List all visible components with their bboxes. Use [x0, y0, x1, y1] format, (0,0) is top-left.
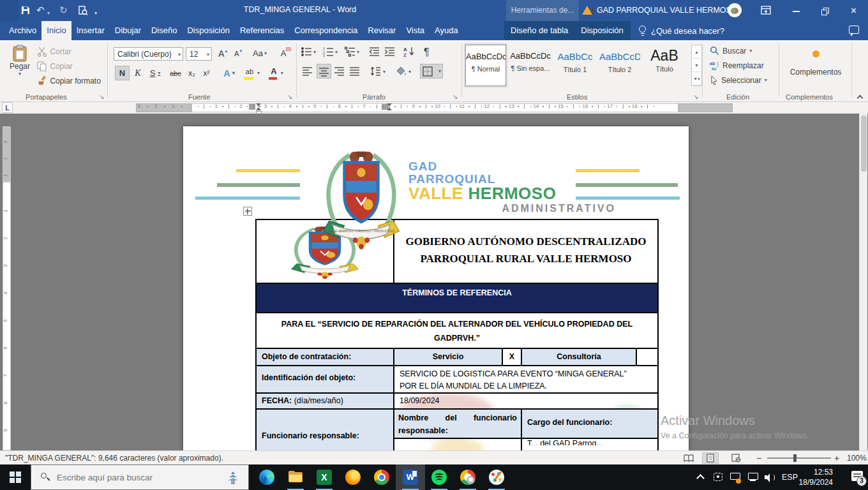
font-family-combo[interactable]: ▾ [114, 47, 183, 61]
zoom-slider-handle[interactable] [793, 454, 797, 462]
style-titulo-2[interactable]: AaBbCcD Título 2 [599, 45, 640, 86]
zoom-out-button[interactable]: − [756, 453, 761, 463]
consultoria-mark-cell[interactable] [637, 349, 657, 365]
identificacion-label-cell[interactable]: Identificación del objeto: [257, 366, 394, 392]
customize-qat-icon[interactable]: ▾ [94, 8, 97, 19]
styles-scroll-down-icon[interactable]: ▼ [692, 59, 701, 72]
shading-button[interactable] [396, 66, 407, 77]
superscript-button[interactable]: x² [200, 66, 213, 80]
underline-button[interactable]: S▾ [146, 66, 165, 80]
fecha-label-cell[interactable]: FECHA: (día/mes/año) [257, 394, 394, 408]
format-painter-button[interactable]: Copiar formato [37, 75, 101, 86]
taskbar-edge[interactable] [254, 464, 280, 490]
style-normal[interactable]: AaBbCcDc ¶ Normal [465, 45, 506, 86]
styles-more-icon[interactable]: ▼▾ [692, 72, 701, 85]
subscript-button[interactable]: x₂ [185, 66, 198, 80]
shrink-font-button[interactable]: A▾ [231, 46, 245, 61]
font-dialog-launcher-icon[interactable]: ↘ [287, 93, 292, 100]
numbering-button[interactable]: 123 [323, 47, 334, 57]
style-sin-espaciado[interactable]: AaBbCcDc ¶ Sin espa... [510, 45, 551, 86]
align-right-button[interactable] [334, 66, 345, 76]
collapse-ribbon-icon[interactable] [857, 95, 864, 101]
word-app-icon[interactable] [0, 0, 18, 21]
tray-chevron-icon[interactable] [696, 474, 705, 482]
styles-dialog-launcher-icon[interactable]: ↘ [693, 93, 698, 100]
taskbar-search-input[interactable] [57, 473, 204, 482]
identificacion-value-cell[interactable]: SERVICIO DE LOGISTICA PARA EVENTO “MINGA… [394, 366, 657, 392]
tab-inicio[interactable]: Inicio [41, 21, 71, 40]
taskbar-word[interactable]: W [396, 464, 425, 490]
font-color-button[interactable]: A▾ [267, 66, 287, 80]
taskbar-paint3d[interactable] [484, 464, 509, 490]
servicio-mark-cell[interactable]: X [503, 349, 522, 365]
multilevel-dropdown-icon[interactable]: ▾ [357, 49, 359, 55]
align-center-button[interactable] [317, 64, 331, 78]
tray-clock[interactable]: 12:53 18/9/2024 [799, 467, 833, 487]
styles-scroll-up-icon[interactable]: ▲ [692, 45, 701, 59]
borders-button[interactable]: ▾ [420, 64, 443, 78]
tab-correspondencia[interactable]: Correspondencia [289, 21, 363, 40]
consultoria-cell[interactable]: Consultoría [522, 349, 637, 365]
copy-button[interactable]: Copiar [37, 60, 73, 71]
italic-button[interactable]: K [131, 66, 144, 80]
highlight-button[interactable]: ab▾ [243, 66, 263, 80]
justify-button[interactable] [350, 66, 360, 76]
tab-ayuda[interactable]: Ayuda [430, 21, 463, 40]
web-layout-button[interactable] [728, 452, 744, 464]
close-button[interactable]: × [839, 0, 868, 21]
tray-network-icon[interactable] [748, 473, 758, 480]
bold-button[interactable]: N [115, 66, 130, 80]
cut-button[interactable]: Cortar [37, 45, 71, 57]
tdr-banner-cell[interactable]: TÉRMINOS DE REFERENCIA [257, 284, 657, 312]
org-title-cell[interactable]: GOBIERNO AUTÓNOMO DESCENTRALIZADO PARROQ… [394, 220, 657, 283]
taskbar-explorer[interactable] [283, 464, 308, 490]
tab-referencias[interactable]: Referencias [235, 21, 289, 40]
h-ruler-right-margin[interactable] [678, 103, 733, 112]
multilevel-list-button[interactable] [345, 47, 355, 57]
tell-me-box[interactable]: ¿Qué desea hacer? [638, 21, 724, 40]
undo-icon[interactable]: ↶ [36, 4, 45, 16]
font-size-combo[interactable]: ▾ [186, 47, 212, 61]
tab-diseno[interactable]: Diseño [146, 21, 182, 40]
text-effects-button[interactable]: A▾ [220, 66, 239, 80]
grow-font-button[interactable]: A▴ [216, 46, 230, 61]
find-button[interactable]: Buscar ▾ [710, 46, 752, 56]
objeto-label-cell[interactable]: Objeto de contratación: [257, 349, 394, 365]
first-line-indent-marker[interactable] [256, 103, 261, 107]
zoom-in-button[interactable]: + [834, 453, 839, 463]
funcionario-nombre-col[interactable]: Nombre del funcionario responsable: [394, 410, 522, 450]
print-preview-icon[interactable] [78, 6, 88, 15]
shading-dropdown-icon[interactable]: ▾ [408, 69, 411, 75]
h-ruler-left-margin[interactable] [136, 103, 191, 112]
restore-button[interactable] [811, 0, 839, 21]
print-layout-button[interactable] [702, 452, 719, 464]
undo-dropdown-icon[interactable]: ▾ [47, 8, 50, 19]
style-titulo[interactable]: AaB Título [644, 45, 685, 86]
comments-icon[interactable] [849, 26, 859, 34]
account-avatar[interactable] [728, 3, 742, 17]
v-ruler[interactable]: 321123456789 [3, 114, 11, 450]
vertical-scrollbar[interactable] [859, 114, 867, 450]
zoom-level[interactable]: 100% [847, 454, 867, 463]
replace-button[interactable]: abac Reemplazar [710, 61, 764, 70]
hanging-indent-marker[interactable] [256, 107, 261, 110]
subject-cell[interactable]: PARA EL “SERVICIO DE REPARACIÓN DEL ALTE… [257, 313, 657, 348]
font-size-input[interactable] [190, 48, 201, 60]
taskbar-excel[interactable]: X [311, 464, 337, 490]
align-left-button[interactable] [303, 66, 313, 76]
tab-diseno-de-tabla[interactable]: Diseño de tabla [504, 21, 574, 40]
document-page[interactable]: GAD PARROQUIAL VALLE HERMOSO ADMINISTRAT… [183, 126, 689, 450]
line-spacing-button[interactable] [370, 66, 381, 76]
document-area[interactable]: 321123456789 GAD PARROQUIAL VALLE HERMOS… [0, 114, 868, 450]
start-button[interactable] [0, 464, 31, 490]
tray-snip-icon[interactable] [714, 473, 722, 481]
font-size-dropdown-icon[interactable]: ▾ [207, 52, 209, 57]
save-icon[interactable] [21, 6, 30, 15]
tab-disposicion-tabla[interactable]: Disposición [574, 21, 629, 40]
scrollbar-thumb[interactable] [861, 115, 867, 172]
clear-formatting-button[interactable]: A [276, 46, 291, 61]
addins-button[interactable]: Complementos [782, 44, 849, 77]
taskbar-chrome-profile[interactable] [455, 464, 481, 490]
account-alert-text[interactable]: GAD PARROQUIAL VALLE HERMOSO [597, 6, 738, 15]
paste-button[interactable]: Pegar ▾ [5, 43, 34, 91]
